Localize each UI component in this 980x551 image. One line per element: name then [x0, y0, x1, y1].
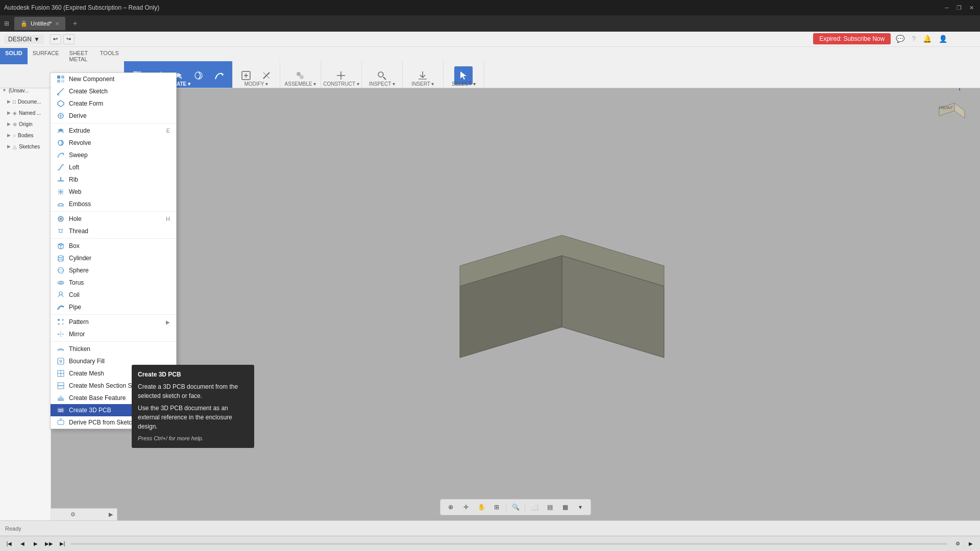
menu-label-revolve: Revolve — [69, 139, 91, 146]
chat-icon[interactable]: 💬 — [894, 34, 906, 44]
menu-item-sphere[interactable]: Sphere — [51, 264, 176, 277]
create-mesh-menu-icon — [57, 369, 65, 378]
menu-label-emboss: Emboss — [69, 201, 91, 208]
menu-item-pipe[interactable]: Pipe — [51, 301, 176, 313]
svg-marker-30 — [58, 244, 63, 245]
app-menu-icon[interactable]: ⊞ — [4, 20, 9, 27]
sidebar-item-sketches-label: Sketches — [19, 144, 40, 149]
menu-item-emboss[interactable]: Emboss — [51, 198, 176, 210]
menu-item-create-sketch[interactable]: Create Sketch — [51, 85, 176, 97]
tab-tools[interactable]: TOOLS — [95, 48, 124, 64]
tab-sheet-metal[interactable]: SHEET METAL — [64, 48, 95, 64]
help-icon[interactable]: ? — [910, 34, 918, 44]
menu-item-mirror[interactable]: Mirror — [51, 328, 176, 340]
timeline-expand-icon[interactable]: ▶ — [966, 539, 976, 549]
svg-marker-51 — [58, 395, 64, 398]
zoom-fit-button[interactable]: ⊞ — [491, 501, 503, 513]
sidebar-item-named[interactable]: ▶ ◈ Named ... — [0, 107, 51, 118]
svg-point-43 — [62, 323, 64, 325]
menu-label-create-sketch: Create Sketch — [69, 88, 108, 95]
menu-item-pattern[interactable]: Pattern ▶ — [51, 316, 176, 328]
svg-rect-17 — [61, 80, 64, 83]
menu-item-thicken[interactable]: Thicken — [51, 343, 176, 355]
menu-item-extrude[interactable]: Extrude E — [51, 124, 176, 137]
mesh-section-menu-icon — [57, 382, 65, 390]
svg-marker-46 — [61, 333, 64, 335]
menu-item-sweep[interactable]: Sweep — [51, 149, 176, 161]
menu-item-loft[interactable]: Loft — [51, 161, 176, 173]
axis-cube[interactable]: Z FRONT — [929, 83, 970, 123]
expired-subscribe-button[interactable]: Expired: Subscribe Now — [813, 33, 891, 44]
menu-label-hole: Hole — [69, 215, 82, 222]
tab-untitled[interactable]: 🔒 Untitled* ✕ — [14, 17, 65, 30]
expand-arrow-icon-3: ▶ — [7, 110, 11, 115]
hand-button[interactable]: ✋ — [475, 501, 487, 513]
comments-settings-icon[interactable]: ⚙ — [70, 511, 76, 518]
loft-menu-icon — [57, 163, 65, 171]
menu-item-derive[interactable]: Derive — [51, 110, 176, 122]
pan-button[interactable]: ✛ — [460, 501, 472, 513]
comments-expand-icon[interactable]: ▶ — [109, 511, 113, 518]
sidebar-item-bodies[interactable]: ▶ ○ Bodies — [0, 130, 51, 141]
tab-close-button[interactable]: ✕ — [55, 21, 59, 27]
menu-item-box[interactable]: Box — [51, 240, 176, 252]
svg-marker-45 — [58, 333, 60, 335]
toolbar-nav: ↩ ↪ — [50, 34, 75, 44]
timeline-play-button[interactable]: ▶ — [31, 539, 41, 549]
timeline-track — [70, 543, 947, 545]
doc-icon: □ — [13, 99, 16, 105]
maximize-button[interactable]: ❐ — [954, 3, 964, 12]
design-dropdown[interactable]: DESIGN ▼ — [4, 35, 44, 44]
timeline-end-button[interactable]: ▶| — [57, 539, 67, 549]
notification-icon[interactable]: 🔔 — [921, 34, 934, 44]
undo-button[interactable]: ↩ — [50, 34, 61, 44]
separator-2 — [51, 211, 176, 212]
timeline-start-button[interactable]: |◀ — [4, 539, 14, 549]
svg-point-28 — [60, 218, 62, 220]
tooltip-shortcut-hint: Press Ctrl+/ for more help. — [138, 434, 248, 443]
account-icon[interactable]: 👤 — [937, 34, 949, 44]
window-controls: ─ ❐ ✕ — [942, 3, 976, 12]
insert-group-label: INSERT ▾ — [403, 81, 443, 87]
sidebar-item-origin[interactable]: ▶ ⊕ Origin — [0, 118, 51, 130]
vp-more-button[interactable]: ▾ — [574, 501, 586, 513]
menu-item-coil[interactable]: Coil — [51, 289, 176, 301]
minimize-button[interactable]: ─ — [942, 3, 951, 12]
grid-toggle-button[interactable]: ▤ — [544, 501, 556, 513]
tab-surface[interactable]: SURFACE — [28, 48, 64, 64]
menu-item-web[interactable]: Web — [51, 186, 176, 198]
redo-button[interactable]: ↪ — [63, 34, 75, 44]
menu-label-create-form: Create Form — [69, 100, 103, 107]
menu-item-new-component[interactable]: New Component — [51, 73, 176, 85]
timeline-next-button[interactable]: ▶▶ — [44, 539, 54, 549]
sidebar-item-named-label: Named ... — [19, 110, 41, 116]
tab-solid[interactable]: SOLID — [0, 48, 28, 64]
sphere-menu-icon — [57, 266, 65, 274]
close-button[interactable]: ✕ — [967, 3, 976, 12]
menu-item-create-form[interactable]: Create Form — [51, 97, 176, 110]
orbit-button[interactable]: ⊕ — [445, 501, 457, 513]
vp-sep-2 — [525, 503, 525, 511]
timeline-prev-button[interactable]: ◀ — [17, 539, 28, 549]
menu-item-hole[interactable]: Hole H — [51, 213, 176, 225]
sidebar-item-document[interactable]: ▶ □ Docume... — [0, 96, 51, 107]
menu-label-derive: Derive — [69, 112, 87, 119]
sidebar-item-sketches[interactable]: ▶ △ Sketches — [0, 141, 51, 152]
menu-item-torus[interactable]: Torus — [51, 277, 176, 289]
app-title: Autodesk Fusion 360 (Expired Subscriptio… — [4, 4, 159, 11]
menu-item-revolve[interactable]: Revolve — [51, 137, 176, 149]
3d-model-view — [429, 205, 695, 388]
menu-item-thread[interactable]: Thread — [51, 225, 176, 237]
viewport[interactable]: Z FRONT ⊕ ✛ ✋ ⊞ 🔍 ⬜ ▤ ▦ ▾ — [51, 72, 980, 520]
menu-item-cylinder[interactable]: Cylinder — [51, 252, 176, 264]
svg-rect-14 — [57, 76, 60, 79]
zoom-button[interactable]: 🔍 — [509, 501, 522, 513]
menu-label-web: Web — [69, 188, 81, 195]
view-cube-button[interactable]: ⬜ — [528, 501, 541, 513]
display-settings-button[interactable]: ▦ — [559, 501, 571, 513]
menu-label-new-component: New Component — [69, 76, 114, 83]
new-tab-button[interactable]: ＋ — [69, 18, 81, 29]
timeline-settings-icon[interactable]: ⚙ — [952, 539, 963, 549]
menu-item-rib[interactable]: Rib — [51, 173, 176, 186]
svg-point-41 — [62, 319, 64, 321]
